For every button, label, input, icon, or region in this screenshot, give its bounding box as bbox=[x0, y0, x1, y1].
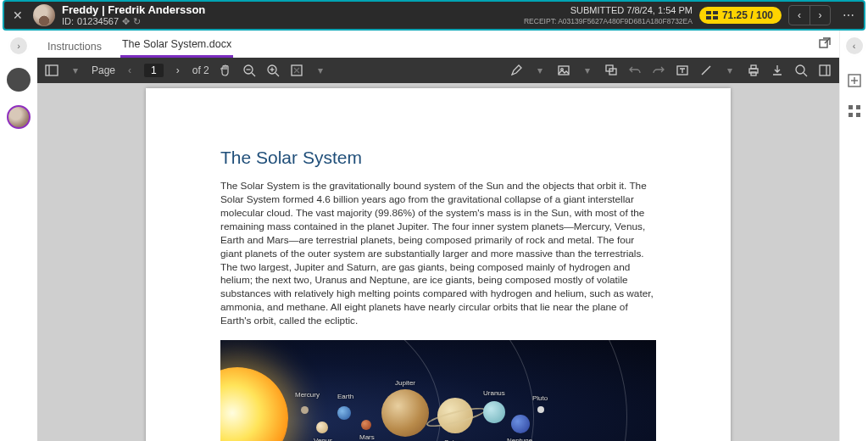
solar-system-image: Mercury Venus Earth Mars Jupiter Saturn bbox=[220, 340, 656, 441]
redo-icon[interactable] bbox=[651, 63, 666, 78]
score-value: 71.25 / 100 bbox=[722, 9, 773, 21]
label-earth: Earth bbox=[337, 393, 353, 400]
prev-student-button[interactable]: ‹ bbox=[789, 6, 810, 25]
textbox-icon[interactable] bbox=[675, 63, 690, 78]
submission-receipt: RECEIPT: A03139F5627A480F9D681A180F8732E… bbox=[524, 17, 693, 25]
panel-toggle-icon[interactable] bbox=[44, 63, 59, 78]
svg-rect-22 bbox=[751, 65, 756, 69]
student-id-label: ID: bbox=[62, 16, 74, 26]
svg-rect-31 bbox=[849, 105, 853, 109]
svg-rect-26 bbox=[820, 65, 830, 75]
submission-header: ✕ Freddy | Fredrik Andersson ID: 0123456… bbox=[3, 0, 865, 31]
planet-jupiter bbox=[381, 389, 429, 437]
center-pane: Instructions The Solar System.docx ▾ Pag… bbox=[37, 31, 839, 441]
label-neptune: Neptune bbox=[507, 437, 532, 441]
page-label: Page bbox=[92, 64, 115, 76]
comment-icon[interactable] bbox=[604, 63, 619, 78]
history-icon[interactable]: ↻ bbox=[133, 16, 141, 26]
svg-line-20 bbox=[702, 66, 710, 75]
submitted-timestamp: SUBMITTED 7/8/24, 1:54 PM bbox=[570, 5, 693, 16]
document-page: The Solar System The Solar System is the… bbox=[146, 88, 731, 441]
student-nav: ‹ › bbox=[788, 5, 831, 25]
svg-rect-15 bbox=[559, 66, 569, 75]
page-indicator: Page ‹ 1 › of 2 bbox=[92, 63, 209, 78]
label-jupiter: Jupiter bbox=[395, 379, 415, 387]
student-id-value: 01234567 bbox=[77, 16, 119, 26]
panel-dropdown-icon[interactable]: ▾ bbox=[68, 63, 83, 78]
zoom-in-icon[interactable] bbox=[265, 63, 281, 78]
draw-line-icon[interactable] bbox=[698, 63, 714, 78]
left-rail: › bbox=[0, 31, 37, 441]
submission-meta: SUBMITTED 7/8/24, 1:54 PM RECEIPT: A0313… bbox=[524, 5, 693, 25]
pan-icon[interactable] bbox=[218, 63, 233, 78]
doc-body: The Solar System is the gravitationally … bbox=[220, 180, 656, 328]
label-mars: Mars bbox=[359, 433, 375, 441]
svg-rect-5 bbox=[46, 65, 58, 75]
drag-icon: ✥ bbox=[122, 16, 130, 26]
svg-line-8 bbox=[252, 73, 255, 76]
attempt-avatar-2[interactable] bbox=[7, 105, 31, 129]
print-icon[interactable] bbox=[746, 63, 761, 78]
svg-rect-3 bbox=[713, 16, 718, 20]
planet-neptune bbox=[511, 415, 530, 433]
draw-dropdown-icon[interactable]: ▾ bbox=[722, 63, 737, 78]
svg-rect-33 bbox=[849, 113, 853, 117]
label-venus: Venus bbox=[314, 437, 332, 441]
rubric-icon[interactable] bbox=[847, 103, 862, 119]
highlighter-icon[interactable] bbox=[509, 63, 524, 78]
more-menu-button[interactable]: ⋯ bbox=[837, 8, 860, 22]
svg-point-24 bbox=[796, 65, 804, 74]
label-uranus: Uranus bbox=[483, 389, 505, 397]
label-mercury: Mercury bbox=[295, 391, 320, 399]
page-current[interactable]: 1 bbox=[144, 64, 164, 77]
expand-right-button[interactable]: ‹ bbox=[846, 37, 863, 54]
svg-rect-4 bbox=[820, 40, 827, 47]
next-student-button[interactable]: › bbox=[810, 6, 830, 25]
right-rail: ‹ bbox=[839, 31, 868, 441]
add-feedback-icon[interactable] bbox=[847, 73, 862, 88]
svg-line-11 bbox=[275, 73, 279, 76]
svg-rect-0 bbox=[706, 11, 711, 14]
tab-instructions[interactable]: Instructions bbox=[46, 34, 103, 58]
image-dropdown-icon[interactable]: ▾ bbox=[580, 63, 595, 78]
document-viewer: ▾ Page ‹ 1 › of 2 ▾ ▾ ▾ bbox=[37, 58, 839, 441]
bookmark-panel-icon[interactable] bbox=[817, 63, 832, 78]
undo-icon[interactable] bbox=[627, 63, 643, 78]
page-of: of 2 bbox=[192, 64, 209, 76]
download-icon[interactable] bbox=[770, 63, 785, 78]
image-annot-icon[interactable] bbox=[556, 63, 571, 78]
viewer-toolbar: ▾ Page ‹ 1 › of 2 ▾ ▾ ▾ bbox=[37, 58, 839, 83]
attempt-avatar-1[interactable] bbox=[7, 68, 31, 92]
fit-icon[interactable] bbox=[289, 63, 304, 78]
label-pluto: Pluto bbox=[532, 394, 548, 402]
tab-file[interactable]: The Solar System.docx bbox=[120, 31, 233, 58]
student-name: Freddy | Fredrik Andersson bbox=[62, 4, 205, 16]
expand-left-button[interactable]: › bbox=[10, 37, 27, 54]
student-avatar[interactable] bbox=[33, 4, 55, 26]
svg-rect-1 bbox=[713, 11, 718, 14]
student-info: Freddy | Fredrik Andersson ID: 01234567 … bbox=[62, 4, 205, 26]
document-scroll[interactable]: The Solar System The Solar System is the… bbox=[37, 83, 839, 441]
rubric-icon bbox=[706, 11, 718, 20]
fit-dropdown-icon[interactable]: ▾ bbox=[313, 63, 328, 78]
close-button[interactable]: ✕ bbox=[9, 7, 26, 24]
svg-rect-2 bbox=[706, 16, 711, 20]
svg-rect-32 bbox=[856, 105, 860, 109]
highlighter-dropdown-icon[interactable]: ▾ bbox=[532, 63, 548, 78]
student-id-row: ID: 01234567 ✥ ↻ bbox=[62, 16, 205, 26]
score-pill[interactable]: 71.25 / 100 bbox=[699, 7, 782, 24]
svg-line-25 bbox=[804, 73, 807, 76]
page-next-icon[interactable]: › bbox=[170, 63, 186, 78]
search-icon[interactable] bbox=[793, 63, 809, 78]
popout-icon[interactable] bbox=[819, 37, 831, 52]
page-prev-icon[interactable]: ‹ bbox=[122, 63, 137, 78]
doc-title: The Solar System bbox=[220, 148, 656, 168]
file-tabs: Instructions The Solar System.docx bbox=[37, 31, 839, 58]
svg-rect-34 bbox=[856, 113, 860, 117]
svg-rect-23 bbox=[751, 72, 756, 75]
planet-uranus bbox=[483, 401, 505, 423]
zoom-out-icon[interactable] bbox=[242, 63, 257, 78]
